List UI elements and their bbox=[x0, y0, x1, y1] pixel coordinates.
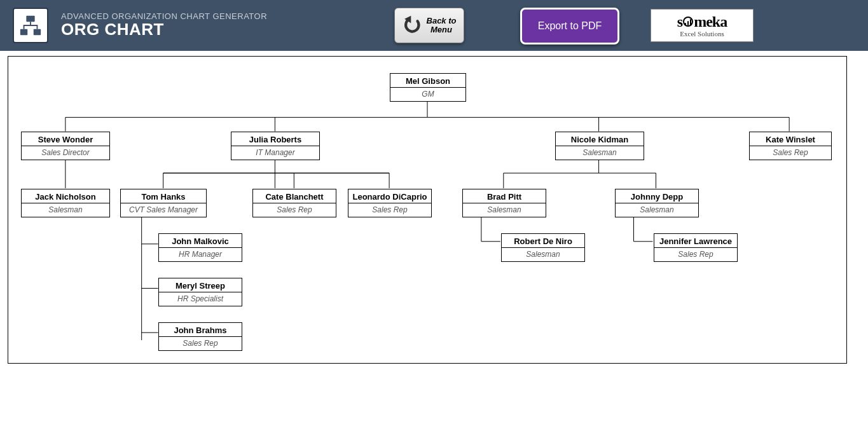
node-role: Sales Rep bbox=[253, 203, 336, 217]
node-name: Julia Roberts bbox=[231, 132, 319, 146]
app-logo bbox=[13, 8, 48, 43]
header-title: ORG CHART bbox=[61, 20, 267, 39]
node-name: Nicole Kidman bbox=[556, 132, 644, 146]
org-node[interactable]: Steve Wonder Sales Director bbox=[21, 132, 110, 160]
node-name: Tom Hanks bbox=[121, 189, 206, 203]
svg-rect-1 bbox=[20, 29, 27, 36]
node-role: Sales Rep bbox=[654, 247, 737, 261]
org-node[interactable]: Cate Blanchett Sales Rep bbox=[252, 189, 336, 217]
org-node[interactable]: Johnny Depp Salesman bbox=[615, 189, 699, 217]
node-name: Kate Winslet bbox=[750, 132, 831, 146]
node-role: Salesman bbox=[616, 203, 698, 217]
org-node[interactable]: Brad Pitt Salesman bbox=[462, 189, 546, 217]
node-name: Steve Wonder bbox=[22, 132, 109, 146]
org-node[interactable]: Jack Nicholson Salesman bbox=[21, 189, 110, 217]
back-arrow-icon bbox=[401, 15, 423, 36]
node-role: Salesman bbox=[556, 146, 644, 160]
node-role: CVT Sales Manager bbox=[121, 203, 206, 217]
org-node-root[interactable]: Mel Gibson GM bbox=[390, 73, 466, 102]
export-button-label: Export to PDF bbox=[538, 20, 602, 32]
node-name: John Malkovic bbox=[159, 234, 242, 247]
node-name: Brad Pitt bbox=[463, 189, 546, 203]
org-node[interactable]: Julia Roberts IT Manager bbox=[231, 132, 320, 160]
org-node[interactable]: Tom Hanks CVT Sales Manager bbox=[120, 189, 207, 217]
node-role: Sales Director bbox=[22, 146, 109, 160]
brand-chart-icon bbox=[683, 17, 693, 27]
back-to-menu-button[interactable]: Back to Menu bbox=[394, 8, 464, 43]
node-name: John Brahms bbox=[159, 323, 242, 336]
node-name: Robert De Niro bbox=[502, 234, 584, 247]
org-node[interactable]: Kate Winslet Sales Rep bbox=[749, 132, 832, 160]
node-role: GM bbox=[390, 87, 465, 101]
node-role: Sales Rep bbox=[348, 203, 431, 217]
node-name: Mel Gibson bbox=[390, 74, 465, 87]
node-role: Salesman bbox=[22, 203, 109, 217]
export-pdf-button[interactable]: Export to PDF bbox=[520, 8, 619, 44]
node-role: Sales Rep bbox=[159, 336, 242, 350]
org-node[interactable]: John Brahms Sales Rep bbox=[158, 322, 242, 351]
org-node[interactable]: Meryl Streep HR Specialist bbox=[158, 278, 242, 306]
title-block: ADVANCED ORGANIZATION CHART GENERATOR OR… bbox=[61, 11, 267, 39]
brand-logo: smeka Excel Solutions bbox=[651, 9, 754, 42]
app-header: ADVANCED ORGANIZATION CHART GENERATOR OR… bbox=[0, 0, 868, 51]
svg-rect-0 bbox=[26, 16, 34, 22]
org-node[interactable]: Leonardo DiCaprio Sales Rep bbox=[348, 189, 432, 217]
brand-name: smeka bbox=[677, 14, 727, 29]
node-name: Cate Blanchett bbox=[253, 189, 336, 203]
node-name: Meryl Streep bbox=[159, 278, 242, 292]
node-role: HR Manager bbox=[159, 247, 242, 261]
node-name: Johnny Depp bbox=[616, 189, 698, 203]
back-button-label: Back to Menu bbox=[425, 17, 457, 35]
org-node[interactable]: John Malkovic HR Manager bbox=[158, 233, 242, 262]
brand-tagline: Excel Solutions bbox=[680, 31, 724, 38]
node-role: HR Specialist bbox=[159, 292, 242, 306]
node-role: IT Manager bbox=[231, 146, 319, 160]
node-name: Jack Nicholson bbox=[22, 189, 109, 203]
org-node[interactable]: Jennifer Lawrence Sales Rep bbox=[654, 233, 738, 262]
node-role: Salesman bbox=[463, 203, 546, 217]
org-node[interactable]: Robert De Niro Salesman bbox=[501, 233, 585, 262]
org-chart-canvas: Mel Gibson GM Steve Wonder Sales Directo… bbox=[8, 56, 847, 364]
node-role: Sales Rep bbox=[750, 146, 831, 160]
node-name: Leonardo DiCaprio bbox=[348, 189, 431, 203]
node-name: Jennifer Lawrence bbox=[654, 234, 737, 247]
org-node[interactable]: Nicole Kidman Salesman bbox=[555, 132, 644, 160]
org-chart-icon bbox=[18, 13, 43, 38]
svg-rect-2 bbox=[34, 29, 41, 36]
node-role: Salesman bbox=[502, 247, 584, 261]
